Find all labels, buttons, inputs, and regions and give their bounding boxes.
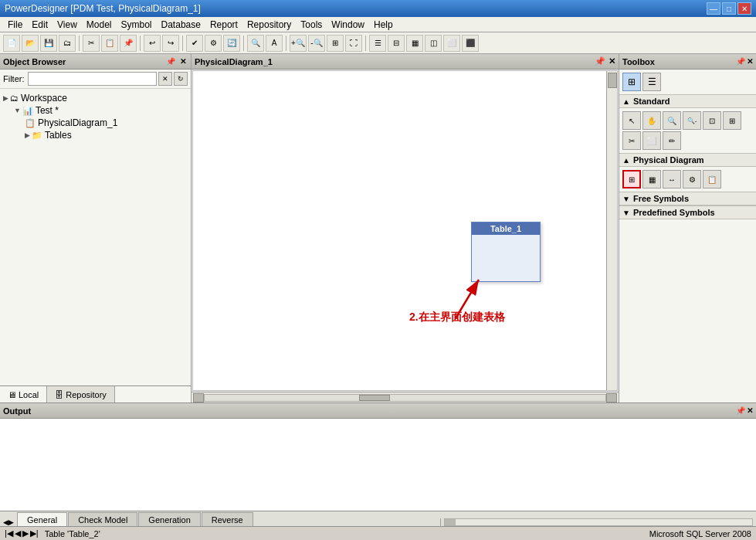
tool-procedure[interactable]: 📋 [703,170,721,188]
tool-cut[interactable]: ✂ [622,131,641,150]
tool-copy[interactable]: ⬜ [642,131,661,150]
tool-column[interactable]: ▦ [642,170,661,188]
bottom-tab-reverse[interactable]: Reverse [202,512,253,526]
filter-input[interactable] [28,72,158,86]
bottom-nav-left[interactable]: ◀ [3,518,8,526]
minimize-button[interactable]: — [707,2,720,15]
diagram-canvas[interactable]: Table_1 2.在主界面创建表格 [192,70,618,391]
toolbar-generate[interactable]: ⚙ [205,35,222,52]
diagram-hscrollbar-track[interactable] [204,394,606,402]
toolbar-cut[interactable]: ✂ [83,35,100,52]
diagram-pin-btn[interactable]: 📌 [595,56,605,66]
tree-workspace[interactable]: ▶ 🗂 Workspace [3,92,188,104]
toolbar-open[interactable]: 📂 [22,35,39,52]
diagram-hscrollbar-thumb[interactable] [359,395,390,401]
toolbar-save[interactable]: 💾 [40,35,57,52]
toolbar-zoom-out[interactable]: -🔍 [308,35,325,52]
toolbar-align[interactable]: ☰ [369,35,386,52]
output-close-btn[interactable]: ✕ [747,406,753,415]
panels-row: Object Browser 📌 ✕ Filter: ✕ ↻ ▶ 🗂 Wor [0,54,756,402]
section-physical-label: Physical Diagram [633,155,704,165]
tool-zoom-in[interactable]: 🔍 [663,111,681,130]
tool-view[interactable]: ⚙ [683,170,701,188]
menu-window[interactable]: Window [327,18,369,32]
status-bar: |◀ ◀ ▶ ▶| Table 'Table_2' Microsoft SQL … [0,526,756,540]
menu-help[interactable]: Help [369,18,398,32]
toolbar-layout[interactable]: ⊟ [388,35,405,52]
tree-test[interactable]: ▼ 📊 Test * [3,104,188,117]
status-nav-next[interactable]: ▶ [22,528,29,538]
toolbar-redo[interactable]: ↪ [162,35,179,52]
toolbar-find[interactable]: 🔍 [247,35,264,52]
tree-tables[interactable]: ▶ 📁 Tables [3,129,188,141]
menu-model[interactable]: Model [82,18,117,32]
menu-repository[interactable]: Repository [242,18,296,32]
object-browser-header: Object Browser 📌 ✕ [0,54,191,70]
table-widget[interactable]: Table_1 [471,222,541,282]
toolbar-reverse[interactable]: 🔄 [223,35,240,52]
toolbox-grid-view-btn[interactable]: ⊞ [622,73,641,91]
toolbox-pin-btn[interactable]: 📌 [736,57,745,66]
toolbar-font[interactable]: A [266,35,283,52]
menu-file[interactable]: File [3,18,27,32]
menu-database[interactable]: Database [157,18,205,32]
tool-reference[interactable]: ↔ [663,170,681,188]
toolbox-section-predefined[interactable]: ▼ Predefined Symbols [619,205,756,219]
toolbar-more2[interactable]: ◫ [425,35,442,52]
diagram-vscrollbar[interactable] [606,71,617,390]
menu-report[interactable]: Report [205,18,242,32]
section-standard-arrow: ▲ [622,97,630,106]
filter-clear-btn[interactable]: ✕ [158,72,172,86]
panel-close-btn[interactable]: ✕ [178,57,188,66]
toolbox-close-btn[interactable]: ✕ [747,57,753,66]
panel-pin-btn[interactable]: 📌 [164,57,177,66]
tree-physical-diagram[interactable]: 📋 PhysicalDiagram_1 [3,117,188,129]
browser-tab-local[interactable]: 🖥 Local [0,386,47,402]
tool-hand[interactable]: ✋ [642,111,661,130]
toolbar-more4[interactable]: ⬛ [462,35,479,52]
toolbox-section-standard[interactable]: ▲ Standard [619,94,756,108]
diagram-hscrollbar[interactable] [192,392,619,402]
bottom-tab-generation[interactable]: Generation [138,512,200,526]
status-nav-last[interactable]: ▶| [30,528,39,538]
menu-view[interactable]: View [53,18,82,32]
status-nav-prev[interactable]: ◀ [15,528,21,538]
toolbar-zoom-in[interactable]: +🔍 [290,35,307,52]
toolbar-sep-4 [243,36,244,51]
menu-tools[interactable]: Tools [296,18,327,32]
maximize-button[interactable]: □ [722,2,736,15]
status-nav-first[interactable]: |◀ [5,528,13,538]
toolbar-save-all[interactable]: 🗂 [59,35,76,52]
bottom-tab-check-model[interactable]: Check Model [68,512,137,526]
tool-paste[interactable]: ✏ [663,131,681,150]
toolbox-section-free[interactable]: ▼ Free Symbols [619,192,756,205]
tool-table[interactable]: ⊞ [622,170,641,188]
close-button[interactable]: ✕ [737,2,751,15]
toolbox-section-physical[interactable]: ▲ Physical Diagram [619,153,756,167]
tool-pointer[interactable]: ↖ [622,111,641,130]
toolbar-undo[interactable]: ↩ [144,35,161,52]
tool-overview[interactable]: ⊞ [723,111,741,130]
object-browser-title: Object Browser [3,57,66,66]
toolbar-more1[interactable]: ▦ [406,35,423,52]
toolbar-more3[interactable]: ⬜ [443,35,460,52]
toolbar-full[interactable]: ⛶ [345,35,362,52]
browser-tabs: 🖥 Local 🗄 Repository [0,385,191,402]
diagram-header: PhysicalDiagram_1 📌 ✕ [192,54,619,70]
menu-symbol[interactable]: Symbol [117,18,157,32]
browser-tab-repository[interactable]: 🗄 Repository [47,386,115,402]
tool-zoom-window[interactable]: ⊡ [703,111,721,130]
toolbar-paste[interactable]: 📌 [120,35,137,52]
bottom-nav-right[interactable]: ▶ [8,518,14,526]
toolbox-list-view-btn[interactable]: ☰ [642,73,661,91]
toolbar-check[interactable]: ✔ [186,35,203,52]
menu-edit[interactable]: Edit [27,18,53,32]
tool-zoom-out[interactable]: 🔍- [683,111,701,130]
filter-refresh-btn[interactable]: ↻ [174,72,188,86]
output-pin-btn[interactable]: 📌 [736,406,745,415]
diagram-close-btn[interactable]: ✕ [609,56,615,66]
toolbar-fit[interactable]: ⊞ [327,35,344,52]
bottom-tab-general[interactable]: General [17,512,67,526]
toolbar-new[interactable]: 📄 [3,35,20,52]
toolbar-copy[interactable]: 📋 [101,35,118,52]
